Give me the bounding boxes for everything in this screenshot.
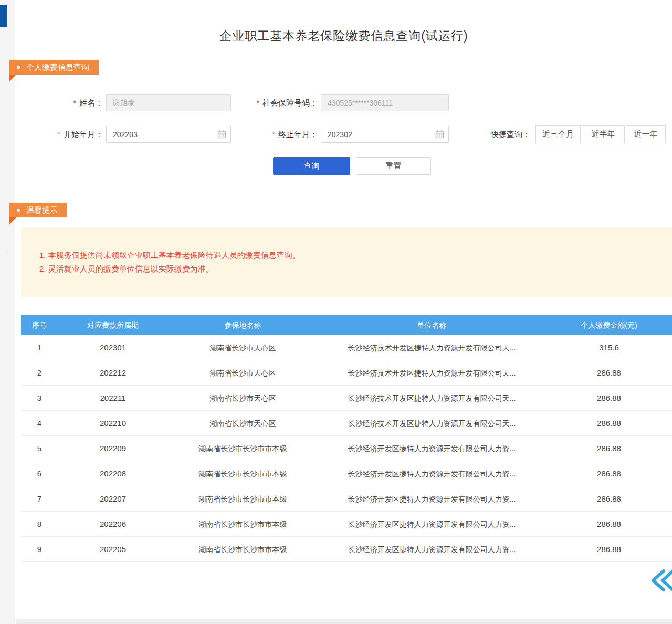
cell-company: 长沙经济技术开发区捷特人力资源开发有限公司天... — [318, 335, 546, 360]
bullet-icon — [17, 209, 20, 212]
quick-query-last-half-year-button[interactable]: 近半年 — [582, 125, 625, 143]
cell-no: 4 — [21, 411, 58, 435]
name-field-wrap — [106, 94, 231, 111]
reset-button[interactable]: 重置 — [356, 157, 431, 175]
cell-no: 5 — [21, 436, 58, 461]
header-amount: 个人缴费金额(元) — [546, 315, 672, 335]
cell-amount: 286.88 — [546, 537, 672, 561]
table-row: 2202212湖南省长沙市天心区长沙经济技术开发区捷特人力资源开发有限公司天..… — [21, 360, 672, 386]
quick-query-label: 快捷查询： — [475, 126, 530, 143]
cell-company: 长沙经济技术开发区捷特人力资源开发有限公司天... — [318, 411, 546, 435]
header-period: 对应费款所属期 — [58, 315, 168, 335]
cell-company: 长沙经济开发区捷特人力资源开发有限公司人力资... — [318, 486, 546, 511]
end-date-input[interactable] — [321, 126, 449, 143]
end-date-label-text: 终止年月： — [278, 130, 318, 139]
cell-company: 长沙经济开发区捷特人力资源开发有限公司人力资... — [318, 461, 546, 486]
table-row: 1202301湖南省长沙市天心区长沙经济技术开发区捷特人力资源开发有限公司天..… — [21, 335, 672, 360]
cell-no: 9 — [21, 537, 58, 561]
cell-company: 长沙经济开发区捷特人力资源开发有限公司人力资... — [318, 436, 546, 461]
cell-place: 湖南省长沙市天心区 — [168, 386, 318, 410]
header-seq: 序号 — [21, 315, 58, 335]
end-date-field-wrap — [321, 126, 449, 143]
cell-place: 湖南省长沙市长沙市市本级 — [168, 537, 318, 561]
end-date-label: *终止年月： — [227, 126, 318, 143]
header-company: 单位名称 — [318, 315, 546, 335]
cell-amount: 315.6 — [546, 335, 672, 360]
table-row: 4202210湖南省长沙市天心区长沙经济技术开发区捷特人力资源开发有限公司天..… — [21, 411, 672, 436]
cell-company: 长沙经济开发区捷特人力资源开发有限公司人力资... — [318, 537, 546, 561]
header-place: 参保地名称 — [168, 315, 318, 335]
name-input[interactable] — [106, 94, 231, 111]
cell-no: 6 — [21, 461, 58, 486]
table-row: 6202208湖南省长沙市长沙市市本级长沙经济开发区捷特人力资源开发有限公司人力… — [21, 461, 672, 486]
cell-company: 长沙经济技术开发区捷特人力资源开发有限公司天... — [318, 386, 546, 410]
required-mark: * — [272, 130, 275, 139]
cell-place: 湖南省长沙市长沙市市本级 — [168, 436, 318, 461]
cell-company: 长沙经济开发区捷特人力资源开发有限公司人力资... — [318, 512, 546, 536]
required-mark: * — [257, 99, 259, 107]
cell-place: 湖南省长沙市天心区 — [168, 411, 318, 435]
cell-amount: 286.88 — [546, 360, 672, 385]
cell-place: 湖南省长沙市长沙市市本级 — [168, 486, 318, 511]
cell-place: 湖南省长沙市天心区 — [168, 335, 318, 360]
required-mark: * — [74, 99, 76, 107]
cell-period: 202301 — [58, 335, 168, 360]
cell-period: 202211 — [58, 386, 168, 410]
section-badge-personal-payment-query: 个人缴费信息查询 — [9, 60, 99, 75]
left-divider — [7, 0, 7, 253]
ssn-input[interactable] — [321, 94, 449, 111]
start-date-field-wrap — [106, 126, 231, 143]
cell-period: 202210 — [58, 411, 168, 435]
required-mark: * — [58, 130, 60, 139]
section-badge-label: 个人缴费信息查询 — [26, 60, 89, 75]
cell-no: 3 — [21, 386, 58, 410]
name-label-text: 姓名： — [79, 98, 103, 107]
cell-place: 湖南省长沙市长沙市市本级 — [168, 461, 318, 486]
collapse-double-chevron-left-icon[interactable] — [648, 568, 672, 592]
cell-period: 202206 — [58, 512, 168, 536]
cell-amount: 286.88 — [546, 411, 672, 435]
cell-amount: 286.88 — [546, 486, 672, 511]
quick-query-last-year-button[interactable]: 近一年 — [626, 125, 666, 143]
tip-line: 2. 灵活就业人员的缴费单位信息以实际缴费为准。 — [39, 262, 672, 276]
page: 企业职工基本养老保险缴费信息查询(试运行) 个人缴费信息查询 *姓名： *社会保… — [0, 0, 672, 624]
name-label: *姓名： — [32, 94, 103, 111]
cell-company: 长沙经济技术开发区捷特人力资源开发有限公司天... — [318, 360, 546, 385]
cell-amount: 286.88 — [546, 461, 672, 486]
table-row: 7202207湖南省长沙市长沙市市本级长沙经济开发区捷特人力资源开发有限公司人力… — [21, 486, 672, 512]
sidebar-collapsed-tab[interactable] — [0, 5, 7, 27]
start-date-label-text: 开始年月： — [64, 130, 103, 139]
quick-query-last-3-months-button[interactable]: 近三个月 — [536, 125, 581, 143]
table-row: 8202206湖南省长沙市长沙市市本级长沙经济开发区捷特人力资源开发有限公司人力… — [21, 512, 672, 537]
cell-no: 2 — [21, 360, 58, 385]
table-row: 5202209湖南省长沙市长沙市市本级长沙经济开发区捷特人力资源开发有限公司人力… — [21, 436, 672, 461]
tip-line: 1. 本服务仅提供尚未领取企业职工基本养老保险待遇人员的缴费信息查询。 — [39, 248, 672, 262]
calendar-icon[interactable] — [217, 130, 226, 139]
cell-place: 湖南省长沙市长沙市市本级 — [168, 512, 318, 536]
cell-period: 202208 — [58, 461, 168, 486]
cell-amount: 286.88 — [546, 436, 672, 461]
cell-period: 202212 — [58, 360, 168, 385]
table-row: 9202205湖南省长沙市长沙市市本级长沙经济开发区捷特人力资源开发有限公司人力… — [21, 537, 672, 562]
page-title: 企业职工基本养老保险缴费信息查询(试运行) — [16, 28, 672, 44]
ssn-label: *社会保障号码： — [227, 94, 318, 111]
ssn-label-text: 社会保障号码： — [262, 98, 318, 107]
section-badge-label: 温馨提示 — [26, 203, 58, 217]
cell-period: 202209 — [58, 436, 168, 461]
left-gutter — [0, 0, 15, 624]
section-badge-tips: 温馨提示 — [9, 203, 67, 217]
cell-no: 1 — [21, 335, 58, 360]
cell-period: 202207 — [58, 486, 168, 511]
calendar-icon[interactable] — [435, 130, 444, 139]
start-date-input[interactable] — [106, 126, 231, 143]
cell-amount: 286.88 — [546, 512, 672, 536]
bullet-icon — [17, 66, 20, 69]
horizontal-scrollbar[interactable] — [16, 619, 672, 624]
payment-table: 序号 对应费款所属期 参保地名称 单位名称 个人缴费金额(元) 1202301湖… — [21, 315, 672, 562]
query-button[interactable]: 查询 — [273, 157, 350, 175]
table-header-row: 序号 对应费款所属期 参保地名称 单位名称 个人缴费金额(元) — [21, 315, 672, 335]
cell-period: 202205 — [58, 537, 168, 561]
cell-no: 7 — [21, 486, 58, 511]
tips-notice-box: 1. 本服务仅提供尚未领取企业职工基本养老保险待遇人员的缴费信息查询。 2. 灵… — [21, 227, 672, 297]
cell-place: 湖南省长沙市天心区 — [168, 360, 318, 385]
